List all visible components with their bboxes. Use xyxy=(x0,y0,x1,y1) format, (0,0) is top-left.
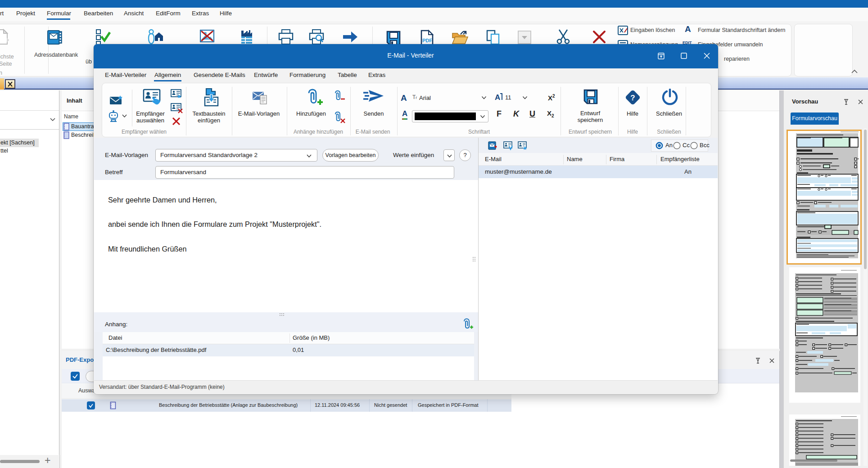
svg-text:?: ? xyxy=(630,94,635,102)
svg-text:PDF: PDF xyxy=(422,38,432,43)
